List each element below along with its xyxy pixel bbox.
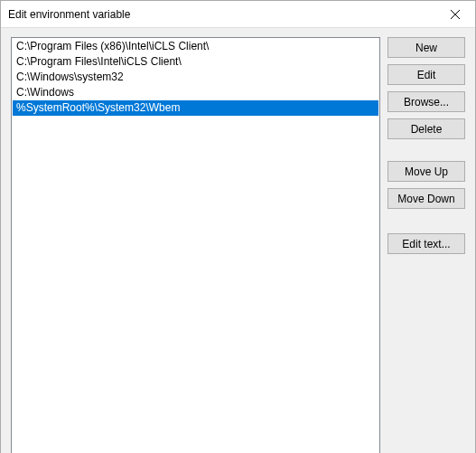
close-icon <box>451 10 460 19</box>
edit-button[interactable]: Edit <box>387 64 465 85</box>
list-item[interactable]: C:\Program Files (x86)\Intel\iCLS Client… <box>13 39 378 54</box>
window-title: Edit environment variable <box>1 8 130 21</box>
browse-button[interactable]: Browse... <box>387 91 465 112</box>
delete-button[interactable]: Delete <box>387 118 465 139</box>
button-column: New Edit Browse... Delete Move Up Move D… <box>387 37 465 453</box>
list-item[interactable]: C:\Windows <box>13 85 378 100</box>
list-item[interactable]: C:\Program Files\Intel\iCLS Client\ <box>13 54 378 70</box>
edit-text-button[interactable]: Edit text... <box>387 233 465 254</box>
dialog-content: C:\Program Files (x86)\Intel\iCLS Client… <box>1 28 475 453</box>
list-item[interactable]: %SystemRoot%\System32\Wbem <box>13 100 378 116</box>
close-button[interactable] <box>434 1 475 27</box>
path-listbox[interactable]: C:\Program Files (x86)\Intel\iCLS Client… <box>11 37 380 453</box>
titlebar: Edit environment variable <box>1 1 475 28</box>
new-button[interactable]: New <box>387 37 465 58</box>
move-down-button[interactable]: Move Down <box>387 188 465 209</box>
list-item[interactable]: C:\Windows\system32 <box>13 70 378 85</box>
dialog-window: Edit environment variable C:\Program Fil… <box>0 0 476 453</box>
move-up-button[interactable]: Move Up <box>387 161 465 182</box>
